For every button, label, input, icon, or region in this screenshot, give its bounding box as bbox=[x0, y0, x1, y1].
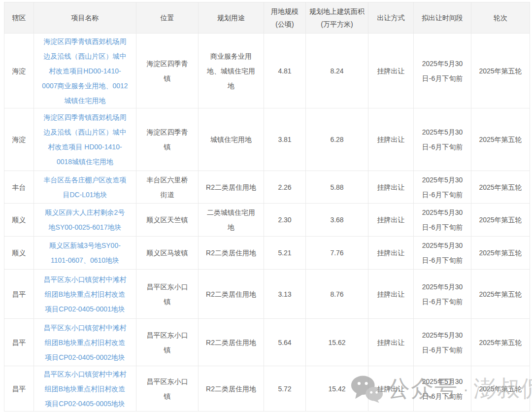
column-header-location: 位置 bbox=[136, 2, 199, 34]
table-row: 顺义顺义区薛大人庄村剩余2号地SY00-0025-6017地块顺义区天竺镇二类城… bbox=[4, 204, 530, 237]
table-row: 海淀海淀区四季青镇西郊机场周边及沿线（西山片区）城中村改造项目 HD00-141… bbox=[4, 108, 530, 171]
cell-location: 顺义区天竺镇 bbox=[136, 204, 199, 237]
cell-usage: 二类城镇住宅用地 bbox=[199, 204, 264, 237]
cell-round: 2025年第五轮 bbox=[471, 171, 530, 204]
cell-location: 海淀区四季青镇 bbox=[136, 34, 199, 108]
cell-usage: 商业服务业用地、城镇住宅用地 bbox=[199, 34, 264, 108]
column-header-area: 规划地上建筑面积(万平方米) bbox=[306, 2, 368, 34]
cell-district: 丰台 bbox=[4, 171, 34, 204]
cell-scale: 5.72 bbox=[264, 366, 306, 412]
column-header-method: 出让方式 bbox=[368, 2, 414, 34]
cell-location: 海淀区四季青镇 bbox=[136, 108, 199, 171]
table-row: 丰台丰台区岳各庄棚户区改造项目DC-L01地块丰台区六里桥街道R2二类居住用地2… bbox=[4, 171, 530, 204]
cell-area: 8.24 bbox=[306, 34, 368, 108]
cell-round: 2025年第五轮 bbox=[471, 319, 530, 366]
cell-project: 海淀区四季青镇西郊机场周边及沿线（西山片区）城中村改造项目HD00-1410-0… bbox=[34, 34, 136, 108]
cell-scale: 3.13 bbox=[264, 270, 306, 319]
cell-scale: 4.81 bbox=[264, 34, 306, 108]
cell-district: 昌平 bbox=[4, 366, 34, 412]
cell-period: 2025年5月30日-6月下旬前 bbox=[414, 204, 471, 237]
cell-scale: 5.64 bbox=[264, 319, 306, 366]
table-body: 海淀海淀区四季青镇西郊机场周边及沿线（西山片区）城中村改造项目HD00-1410… bbox=[4, 34, 530, 412]
cell-usage: R2二类居住用地 bbox=[199, 366, 264, 412]
cell-scale: 2.30 bbox=[264, 204, 306, 237]
cell-scale: 5.21 bbox=[264, 237, 306, 270]
cell-period: 2025年5月30日-6月下旬前 bbox=[414, 108, 471, 171]
cell-usage: R2二类居住用地 bbox=[199, 171, 264, 204]
cell-project: 海淀区四季青镇西郊机场周边及沿线（西山片区）城中村改造项目 HD00-1410-… bbox=[34, 108, 136, 171]
cell-period: 2025年5月30日-6月下旬前 bbox=[414, 171, 471, 204]
cell-round: 2025年第五轮 bbox=[471, 204, 530, 237]
project-link[interactable]: 昌平区东小口镇贺村中滩村组团B地块重点村旧村改造项目CP02-0405-0005… bbox=[44, 370, 127, 408]
cell-period: 2025年5月30日-6月下旬前 bbox=[414, 237, 471, 270]
table-row: 昌平昌平区东小口镇贺村中滩村组团B地块重点村旧村改造项目CP02-0405-00… bbox=[4, 366, 530, 412]
cell-usage: R2二类居住用地 bbox=[199, 270, 264, 319]
cell-period: 2025年5月30日-6月下旬前 bbox=[414, 366, 471, 412]
cell-area: 8.76 bbox=[306, 270, 368, 319]
column-header-district: 辖区 bbox=[4, 2, 34, 34]
cell-project: 昌平区东小口镇贺村中滩村组团B地块重点村旧村改造项目CP02-0405-0005… bbox=[34, 366, 136, 412]
table-row: 顺义顺义区新城3号地SY00-1101-0607、0610地块顺义区马坡镇R2二… bbox=[4, 237, 530, 270]
cell-location: 昌平区东小口镇 bbox=[136, 270, 199, 319]
cell-method: 挂牌出让 bbox=[368, 237, 414, 270]
cell-round: 2025年第五轮 bbox=[471, 108, 530, 171]
column-header-usage: 规划用途 bbox=[199, 2, 264, 34]
cell-method: 挂牌出让 bbox=[368, 366, 414, 412]
cell-project: 顺义区薛大人庄村剩余2号地SY00-0025-6017地块 bbox=[34, 204, 136, 237]
cell-district: 海淀 bbox=[4, 34, 34, 108]
cell-district: 昌平 bbox=[4, 270, 34, 319]
column-header-project: 项目名称 bbox=[34, 2, 136, 34]
cell-method: 挂牌出让 bbox=[368, 34, 414, 108]
cell-area: 6.28 bbox=[306, 108, 368, 171]
cell-area: 15.62 bbox=[306, 319, 368, 366]
column-header-period: 拟出让时间段 bbox=[414, 2, 471, 34]
project-link[interactable]: 丰台区岳各庄棚户区改造项目DC-L01地块 bbox=[44, 176, 127, 199]
cell-location: 顺义区马坡镇 bbox=[136, 237, 199, 270]
cell-period: 2025年5月30日-6月下旬前 bbox=[414, 34, 471, 108]
cell-scale: 3.81 bbox=[264, 108, 306, 171]
cell-district: 顺义 bbox=[4, 237, 34, 270]
cell-usage: R2二类居住用地 bbox=[199, 237, 264, 270]
project-link[interactable]: 昌平区东小口镇贺村中滩村组团B地块重点村旧村改造项目CP02-0405-0002… bbox=[44, 324, 127, 361]
cell-project: 昌平区东小口镇贺村中滩村组团B地块重点村旧村改造项目CP02-0405-0001… bbox=[34, 270, 136, 319]
cell-usage: R2二类居住用地 bbox=[199, 319, 264, 366]
project-link[interactable]: 昌平区东小口镇贺村中滩村组团B地块重点村旧村改造项目CP02-0405-0001… bbox=[44, 275, 127, 313]
table-row: 海淀海淀区四季青镇西郊机场周边及沿线（西山片区）城中村改造项目HD00-1410… bbox=[4, 34, 530, 108]
table-row: 昌平昌平区东小口镇贺村中滩村组团B地块重点村旧村改造项目CP02-0405-00… bbox=[4, 270, 530, 319]
cell-district: 昌平 bbox=[4, 319, 34, 366]
cell-method: 挂牌出让 bbox=[368, 171, 414, 204]
cell-period: 2025年5月30日-6月下旬前 bbox=[414, 319, 471, 366]
column-header-scale: 用地规模(公顷) bbox=[264, 2, 306, 34]
cell-round: 2025年第五轮 bbox=[471, 34, 530, 108]
cell-area: 15.42 bbox=[306, 366, 368, 412]
cell-area: 3.68 bbox=[306, 204, 368, 237]
cell-period: 2025年5月30日-6月下旬前 bbox=[414, 270, 471, 319]
cell-district: 海淀 bbox=[4, 108, 34, 171]
cell-scale: 2.26 bbox=[264, 171, 306, 204]
cell-round: 2025年第五轮 bbox=[471, 237, 530, 270]
cell-method: 挂牌出让 bbox=[368, 319, 414, 366]
header-row: 辖区项目名称位置规划用途用地规模(公顷)规划地上建筑面积(万平方米)出让方式拟出… bbox=[4, 2, 530, 34]
cell-location: 昌平区东小口镇 bbox=[136, 319, 199, 366]
project-link[interactable]: 顺义区新城3号地SY00-1101-0607、0610地块 bbox=[49, 241, 121, 264]
cell-method: 挂牌出让 bbox=[368, 108, 414, 171]
cell-project: 昌平区东小口镇贺村中滩村组团B地块重点村旧村改造项目CP02-0405-0002… bbox=[34, 319, 136, 366]
table-header: 辖区项目名称位置规划用途用地规模(公顷)规划地上建筑面积(万平方米)出让方式拟出… bbox=[4, 2, 530, 34]
land-auction-table: 辖区项目名称位置规划用途用地规模(公顷)规划地上建筑面积(万平方米)出让方式拟出… bbox=[4, 2, 530, 412]
cell-method: 挂牌出让 bbox=[368, 204, 414, 237]
project-link[interactable]: 海淀区四季青镇西郊机场周边及沿线（西山片区）城中村改造项目 HD00-1410-… bbox=[44, 113, 127, 166]
cell-area: 5.88 bbox=[306, 171, 368, 204]
column-header-round: 轮次 bbox=[471, 2, 530, 34]
cell-project: 顺义区新城3号地SY00-1101-0607、0610地块 bbox=[34, 237, 136, 270]
project-link[interactable]: 海淀区四季青镇西郊机场周边及沿线（西山片区）城中村改造项目HD00-1410-0… bbox=[42, 37, 128, 104]
cell-round: 2025年第五轮 bbox=[471, 270, 530, 319]
cell-area: 7.76 bbox=[306, 237, 368, 270]
table-row: 昌平昌平区东小口镇贺村中滩村组团B地块重点村旧村改造项目CP02-0405-00… bbox=[4, 319, 530, 366]
cell-location: 昌平区东小口镇 bbox=[136, 366, 199, 412]
cell-project: 丰台区岳各庄棚户区改造项目DC-L01地块 bbox=[34, 171, 136, 204]
cell-location: 丰台区六里桥街道 bbox=[136, 171, 199, 204]
cell-round: 2025年第五轮 bbox=[471, 366, 530, 412]
project-link[interactable]: 顺义区薛大人庄村剩余2号地SY00-0025-6017地块 bbox=[45, 208, 125, 231]
cell-usage: 城镇住宅用地 bbox=[199, 108, 264, 171]
cell-method: 挂牌出让 bbox=[368, 270, 414, 319]
